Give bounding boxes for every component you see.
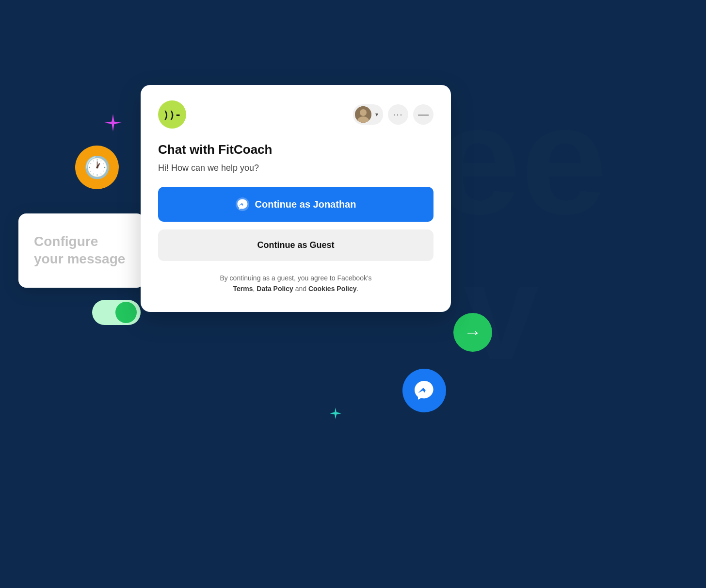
card-header: ))-) ▾ ··· —	[158, 100, 433, 129]
footer-period: .	[357, 285, 359, 293]
clock-circle: 🕐	[75, 146, 119, 189]
terms-link[interactable]: Terms	[233, 285, 253, 293]
card-subtitle: Hi! How can we help you?	[158, 163, 433, 173]
avatar	[355, 106, 371, 123]
configure-card: Configure your message	[18, 213, 144, 288]
svg-text:))-): ))-)	[163, 109, 181, 121]
card-footer: By continuing as a guest, you agree to F…	[158, 273, 433, 294]
card-title: Chat with FitCoach	[158, 142, 433, 157]
messenger-icon	[412, 378, 436, 403]
svg-point-4	[360, 109, 367, 116]
dots-icon: ···	[393, 110, 403, 120]
continue-as-jonathan-button[interactable]: Continue as Jonathan	[158, 187, 433, 222]
bg-swirl-decor: ee v	[434, 68, 677, 409]
clock-icon: 🕐	[84, 155, 111, 180]
user-pill[interactable]: ▾	[353, 104, 383, 125]
configure-card-text: Configure your message	[34, 234, 125, 266]
main-chat-card: ))-) ▾ ··· —	[141, 85, 451, 312]
header-controls: ▾ ··· —	[353, 104, 433, 125]
fitcoach-logo-icon: ))-)	[163, 108, 181, 121]
fitcoach-logo: ))-)	[158, 100, 186, 129]
continue-jonathan-label: Continue as Jonathan	[255, 199, 356, 210]
footer-text-before: By continuing as a guest, you agree to F…	[220, 274, 371, 282]
star-teal-decor	[330, 408, 341, 419]
more-options-button[interactable]: ···	[388, 104, 408, 125]
minus-icon: —	[418, 108, 429, 121]
data-policy-link[interactable]: Data Policy	[257, 285, 293, 293]
star-pink-decor	[104, 114, 122, 131]
continue-as-guest-button[interactable]: Continue as Guest	[158, 229, 433, 261]
svg-text:ee: ee	[434, 73, 607, 246]
svg-text:v: v	[464, 236, 540, 388]
chevron-down-icon: ▾	[375, 111, 378, 118]
toggle-switch[interactable]	[92, 300, 141, 325]
minimize-button[interactable]: —	[413, 104, 433, 125]
cookies-policy-link[interactable]: Cookies Policy	[308, 285, 357, 293]
messenger-btn-icon	[236, 197, 249, 211]
toggle-knob	[115, 302, 137, 323]
continue-guest-label: Continue as Guest	[257, 240, 334, 250]
